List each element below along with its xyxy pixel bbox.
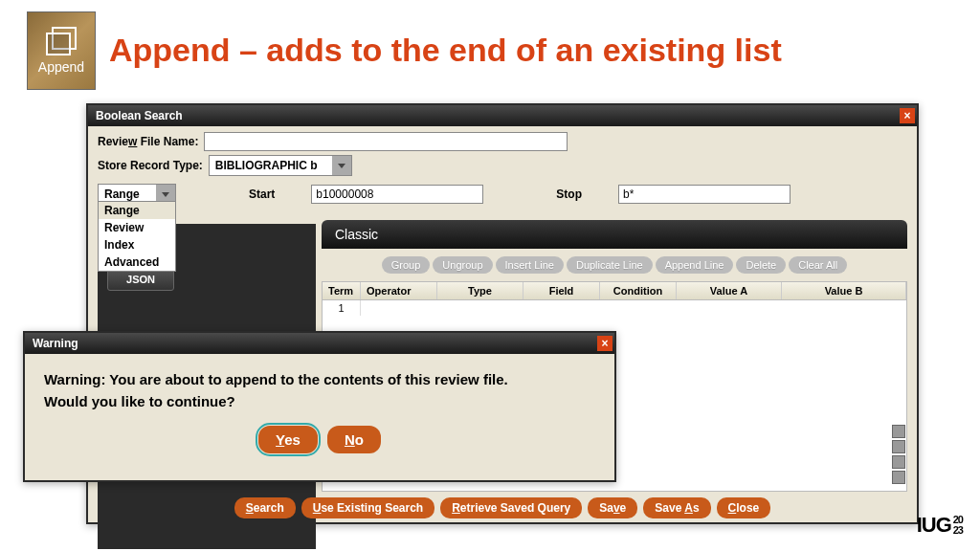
range-value: Range (99, 187, 156, 201)
start-input[interactable] (311, 185, 483, 204)
save-button[interactable]: Save (588, 497, 637, 518)
boolean-search-titlebar: Boolean Search × (88, 105, 917, 126)
warning-line2: Would you like to continue? (44, 391, 595, 413)
slide-title: Append – adds to the end of an existing … (109, 32, 782, 69)
store-record-value: BIBLIOGRAPHIC b (210, 159, 332, 172)
col-value-b: Value B (782, 282, 906, 299)
yes-button[interactable]: Yes (258, 426, 318, 453)
warning-titlebar: Warning × (25, 333, 614, 354)
table-row-num: 1 (323, 300, 361, 316)
scroll-handle-icon[interactable] (892, 440, 905, 453)
stop-label: Stop (556, 187, 582, 201)
scroll-handles (892, 425, 905, 484)
duplicate-line-button[interactable]: Duplicate Line (567, 256, 653, 274)
col-value-a: Value A (677, 282, 782, 299)
query-table-header: Term Operator Type Field Condition Value… (322, 281, 907, 300)
logo-text: IUG (917, 513, 951, 538)
review-file-label: Review File Name: (98, 135, 198, 148)
col-condition: Condition (600, 282, 677, 299)
insert-line-button[interactable]: Insert Line (496, 256, 564, 274)
warning-title: Warning (33, 337, 78, 350)
append-badge: Append (27, 11, 96, 90)
no-button[interactable]: No (327, 426, 381, 453)
delete-button[interactable]: Delete (736, 256, 786, 274)
range-option-review[interactable]: Review (99, 219, 175, 236)
save-as-button[interactable]: Save As (643, 497, 710, 518)
stop-input[interactable] (618, 185, 791, 204)
col-term: Term (323, 282, 361, 299)
append-badge-label: Append (38, 59, 84, 75)
scroll-handle-icon[interactable] (892, 455, 905, 469)
retrieve-query-button[interactable]: Retrieve Saved Query (440, 497, 582, 518)
ungroup-button[interactable]: Ungroup (433, 256, 492, 274)
range-option-index[interactable]: Index (99, 236, 175, 253)
start-label: Start (249, 187, 275, 201)
scroll-handle-icon[interactable] (892, 425, 905, 438)
append-line-button[interactable]: Append Line (656, 256, 734, 274)
use-existing-button[interactable]: Use Existing Search (301, 497, 434, 518)
col-operator: Operator (361, 282, 437, 299)
search-button[interactable]: Search (234, 497, 296, 518)
warning-dialog: Warning × Warning: You are about to appe… (23, 331, 616, 482)
append-stack-icon (46, 27, 77, 54)
close-icon[interactable]: × (597, 336, 612, 351)
col-field: Field (523, 282, 600, 299)
close-icon[interactable]: × (900, 108, 915, 123)
clear-all-button[interactable]: Clear All (789, 256, 847, 274)
classic-label: Classic (335, 227, 378, 242)
store-record-dropdown[interactable]: BIBLIOGRAPHIC b (209, 155, 352, 176)
footer-logo: IUG 2023 (917, 513, 963, 538)
chevron-down-icon (332, 156, 351, 175)
store-record-label: Store Record Type: (98, 159, 203, 172)
classic-bar: Classic (322, 220, 907, 249)
query-toolbar: Group Ungroup Insert Line Duplicate Line… (322, 249, 907, 281)
review-file-input[interactable] (204, 132, 568, 151)
col-type: Type (437, 282, 523, 299)
scroll-handle-icon[interactable] (892, 471, 905, 484)
boolean-search-title: Boolean Search (96, 109, 183, 122)
range-option-advanced[interactable]: Advanced (99, 253, 175, 271)
group-button[interactable]: Group (382, 256, 431, 274)
close-button[interactable]: Close (717, 497, 771, 518)
warning-line1: Warning: You are about to append to the … (44, 369, 595, 391)
bottom-action-bar: Search Use Existing Search Retrieve Save… (88, 497, 917, 518)
range-option-range[interactable]: Range (99, 202, 175, 219)
range-menu: Range Review Index Advanced (98, 201, 176, 272)
